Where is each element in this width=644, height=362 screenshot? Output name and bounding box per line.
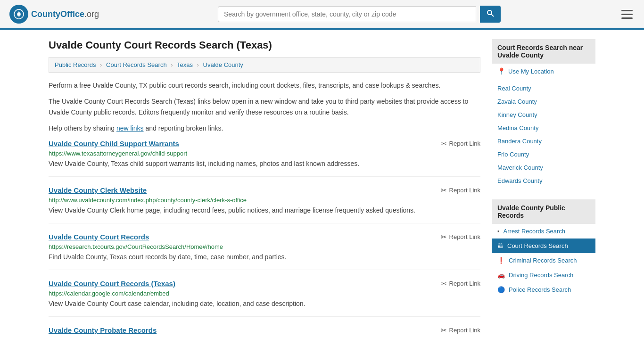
- breadcrumb-court-records[interactable]: Court Records Search: [106, 61, 167, 68]
- record-url[interactable]: https://calendar.google.com/calendar/emb…: [49, 290, 480, 297]
- record-title[interactable]: Uvalde County Child Support Warrants: [49, 140, 179, 148]
- record-title[interactable]: Uvalde County Court Records (Texas): [49, 280, 175, 288]
- list-item: Real County: [492, 82, 595, 95]
- court-records-link[interactable]: Court Records Search: [507, 242, 568, 249]
- list-item[interactable]: ❗ Criminal Records Search: [492, 253, 595, 268]
- arrest-records-link[interactable]: Arrest Records Search: [504, 228, 566, 235]
- description-1: Perform a free Uvalde County, TX public …: [49, 80, 480, 90]
- nearby-county-list: Real County Zavala County Kinney County …: [492, 79, 595, 190]
- svg-point-2: [487, 10, 492, 15]
- main-container: Uvalde County Court Records Search (Texa…: [39, 30, 605, 362]
- report-link-button[interactable]: ✂ Report Link: [441, 280, 480, 288]
- nearby-county-link[interactable]: Maverick County: [497, 164, 543, 171]
- record-item: Uvalde County Clerk Website ✂ Report Lin…: [49, 186, 480, 223]
- description-3: Help others by sharing new links and rep…: [49, 123, 480, 133]
- list-item[interactable]: 🚗 Driving Records Search: [492, 268, 595, 282]
- list-item: Frio County: [492, 148, 595, 161]
- list-item[interactable]: 🔵 Police Records Search: [492, 282, 595, 297]
- pin-icon: 📍: [497, 67, 505, 75]
- record-title[interactable]: Uvalde County Court Records: [49, 233, 149, 241]
- search-input[interactable]: [218, 6, 476, 22]
- police-records-link[interactable]: Police Records Search: [509, 286, 571, 293]
- criminal-records-link[interactable]: Criminal Records Search: [509, 257, 577, 264]
- search-bar-area: [218, 6, 501, 23]
- list-item: Zavala County: [492, 95, 595, 108]
- record-item: Uvalde County Court Records ✂ Report Lin…: [49, 233, 480, 270]
- logo-icon: [9, 5, 28, 24]
- record-url[interactable]: http://www.uvaldecounty.com/index.php/co…: [49, 197, 480, 204]
- breadcrumb: Public Records › Court Records Search › …: [49, 57, 480, 73]
- list-item: Maverick County: [492, 161, 595, 174]
- court-icon: 🏛: [497, 242, 504, 249]
- record-url[interactable]: https://research.txcourts.gov/CourtRecor…: [49, 243, 480, 250]
- police-icon: 🔵: [497, 286, 505, 293]
- report-link-button[interactable]: ✂ Report Link: [441, 326, 480, 335]
- svg-line-3: [491, 14, 494, 16]
- records-list: Uvalde County Child Support Warrants ✂ R…: [49, 140, 480, 344]
- breadcrumb-public-records[interactable]: Public Records: [55, 61, 96, 68]
- driving-icon: 🚗: [497, 272, 505, 279]
- public-records-header: Uvalde County Public Records: [492, 199, 595, 224]
- report-icon: ✂: [441, 280, 447, 288]
- nearby-section-header: Court Records Search near Uvalde County: [492, 39, 595, 64]
- report-icon: ✂: [441, 186, 447, 195]
- search-button[interactable]: [480, 6, 501, 23]
- record-description: View Uvalde County Clerk home page, incl…: [49, 206, 480, 215]
- record-description: View Uvalde County Court case calendar, …: [49, 299, 480, 309]
- report-icon: ✂: [441, 140, 447, 148]
- report-icon: ✂: [441, 233, 447, 241]
- record-url[interactable]: https://www.texasattorneygeneral.gov/chi…: [49, 150, 480, 157]
- nearby-county-link[interactable]: Kinney County: [497, 111, 537, 118]
- driving-records-link[interactable]: Driving Records Search: [509, 272, 573, 279]
- menu-button[interactable]: [619, 8, 635, 21]
- record-item: Uvalde County Court Records (Texas) ✂ Re…: [49, 280, 480, 317]
- nearby-county-link[interactable]: Zavala County: [497, 98, 537, 105]
- criminal-icon: ❗: [497, 257, 505, 264]
- list-item: Kinney County: [492, 108, 595, 121]
- list-item[interactable]: ▪ Arrest Records Search: [492, 224, 595, 239]
- report-link-button[interactable]: ✂ Report Link: [441, 140, 480, 148]
- record-item: Uvalde County Child Support Warrants ✂ R…: [49, 140, 480, 177]
- list-item: Bandera County: [492, 134, 595, 148]
- logo-text: CountyOffice.org: [31, 9, 99, 19]
- record-description: View Uvalde County, Texas child support …: [49, 159, 480, 169]
- use-location[interactable]: 📍 Use My Location: [492, 64, 595, 79]
- nearby-county-link[interactable]: Frio County: [497, 151, 529, 158]
- description-2: The Uvalde County Court Records Search (…: [49, 96, 480, 117]
- record-description: Find Uvalde County, Texas court records …: [49, 252, 480, 262]
- site-header: CountyOffice.org: [0, 0, 644, 30]
- svg-point-1: [17, 13, 20, 16]
- report-link-button[interactable]: ✂ Report Link: [441, 186, 480, 195]
- list-item: Edwards County: [492, 174, 595, 187]
- record-title[interactable]: Uvalde County Clerk Website: [49, 186, 147, 194]
- nearby-section: Court Records Search near Uvalde County …: [492, 39, 595, 190]
- list-item[interactable]: 🏛 Court Records Search: [492, 239, 595, 253]
- new-links-link[interactable]: new links: [116, 124, 144, 132]
- logo-area: CountyOffice.org: [9, 5, 99, 24]
- report-icon: ✂: [441, 326, 447, 335]
- page-title: Uvalde County Court Records Search (Texa…: [49, 39, 480, 51]
- nearby-county-link[interactable]: Medina County: [497, 124, 538, 132]
- breadcrumb-uvalde[interactable]: Uvalde County: [203, 61, 243, 68]
- list-item: Medina County: [492, 121, 595, 134]
- nearby-county-link[interactable]: Real County: [497, 85, 531, 92]
- nearby-county-link[interactable]: Edwards County: [497, 177, 542, 184]
- public-records-section: Uvalde County Public Records ▪ Arrest Re…: [492, 199, 595, 297]
- content-area: Uvalde County Court Records Search (Texa…: [49, 39, 480, 354]
- report-link-button[interactable]: ✂ Report Link: [441, 233, 480, 241]
- record-item: Uvalde County Probate Records ✂ Report L…: [49, 326, 480, 344]
- sidebar: Court Records Search near Uvalde County …: [492, 39, 595, 354]
- breadcrumb-texas[interactable]: Texas: [177, 61, 193, 68]
- arrest-icon: ▪: [497, 228, 500, 235]
- use-location-link[interactable]: Use My Location: [508, 68, 554, 75]
- public-records-list: ▪ Arrest Records Search 🏛 Court Records …: [492, 224, 595, 297]
- record-title[interactable]: Uvalde County Probate Records: [49, 326, 157, 334]
- nearby-county-link[interactable]: Bandera County: [497, 138, 542, 145]
